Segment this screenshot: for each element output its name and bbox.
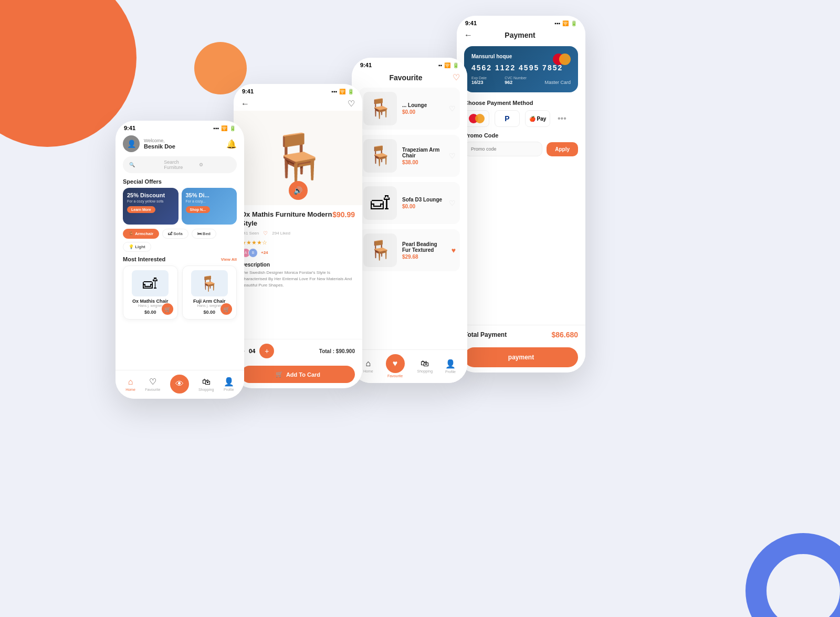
product-2-image: 🪑 xyxy=(191,270,228,296)
bag-icon-3: 🛍 xyxy=(421,359,429,368)
signal-icon-2: ▪▪▪ xyxy=(331,89,337,94)
category-light[interactable]: 💡 Light xyxy=(123,242,151,252)
exp-value: 16/23 xyxy=(471,80,487,85)
payment-title: Payment xyxy=(505,31,535,39)
fav-item-3-heart[interactable]: ♡ xyxy=(449,199,456,207)
nav-favourite-3[interactable]: ♥ Favourite xyxy=(386,354,405,378)
fav-item-2-heart[interactable]: ♡ xyxy=(449,152,456,160)
fav-item-1-price: $0.00 xyxy=(402,109,444,115)
nav-profile-3[interactable]: 👤 Profile xyxy=(445,359,456,374)
add-to-cart-1[interactable]: 🛒 xyxy=(162,303,173,315)
fav-item-1-info: ... Lounge $0.00 xyxy=(402,102,444,115)
ar-button[interactable]: 🔊 xyxy=(289,181,308,200)
product-2[interactable]: 🪑 Fuji Arm Chair Hans j. wegner $0.00 🛒 xyxy=(182,265,237,320)
status-bar-4: 9:41 ▪▪▪ 🛜 🔋 xyxy=(457,16,585,28)
apply-button[interactable]: Apply xyxy=(547,142,578,156)
applepay-icon: 🍎 Pay xyxy=(529,116,547,122)
applepay-method[interactable]: 🍎 Pay xyxy=(525,110,550,127)
nav-shopping-3[interactable]: 🛍 Shopping xyxy=(417,359,433,373)
fav-item-4[interactable]: 🪑 Pearl Beading Fur Textured $29.68 ♥ xyxy=(359,229,460,271)
view-all-button[interactable]: View All xyxy=(221,257,237,262)
profile-icon: 👤 xyxy=(224,377,234,387)
time-2: 9:41 xyxy=(242,88,254,94)
nav-shopping[interactable]: 🛍 Shopping xyxy=(198,377,214,391)
learn-more-button[interactable]: Learn More xyxy=(127,206,155,213)
time-4: 9:41 xyxy=(465,20,477,26)
nav-shopping-active[interactable]: 👁 xyxy=(170,375,189,393)
battery-icon-4: 🔋 xyxy=(571,20,577,26)
status-bar-1: 9:41 ▪▪▪ 🛜 🔋 xyxy=(116,121,244,133)
fav-item-4-heart[interactable]: ♥ xyxy=(452,246,456,254)
avatar-2: B xyxy=(248,248,258,258)
add-to-card-button[interactable]: 🛒 Add To Card xyxy=(241,366,355,383)
quantity-selector: − 04 + xyxy=(241,344,274,358)
banners: 25% Discount For a cozy yellow sofa Lear… xyxy=(116,188,244,225)
signal-icon: ▪▪▪ xyxy=(213,125,219,131)
payment-back-button[interactable]: ← xyxy=(464,30,472,40)
bg-decoration-blue xyxy=(746,533,840,617)
search-placeholder: Search Furniture xyxy=(164,159,195,170)
fav-item-1[interactable]: 🪑 ... Lounge $0.00 ♡ xyxy=(359,88,460,130)
shop-now-button[interactable]: Shop N... xyxy=(186,206,210,213)
fav-item-3[interactable]: 🛋 Sofa D3 Lounge $0.00 ♡ xyxy=(359,182,460,224)
fav-item-2[interactable]: 🪑 Trapeziam Arm Chair $38.00 ♡ xyxy=(359,135,460,177)
paypal-method[interactable]: P xyxy=(495,110,520,127)
notification-icon[interactable]: 🔔 xyxy=(226,139,237,149)
favourite-button[interactable]: ♡ xyxy=(348,99,355,109)
cvc-value: 962 xyxy=(505,80,527,85)
heart-icon-header[interactable]: ♡ xyxy=(453,72,460,82)
bottom-nav-1: ⌂ Home ♡ Favourite 👁 🛍 Shopping 👤 Profil… xyxy=(116,370,244,399)
banner-2[interactable]: 35% Di... For a cozy... Shop N... xyxy=(182,188,237,225)
home-header: 👤 Welcome, Besnik Doe 🔔 xyxy=(116,133,244,156)
total-label: Total Payment xyxy=(464,331,507,338)
category-sofa[interactable]: 🛋 Sofa xyxy=(162,229,188,239)
banner-1[interactable]: 25% Discount For a cozy yellow sofa Lear… xyxy=(123,188,178,225)
home-icon: ⌂ xyxy=(128,377,133,387)
banner2-text: For a cozy... xyxy=(186,199,233,203)
fav-item-1-heart[interactable]: ♡ xyxy=(449,104,456,113)
product-1[interactable]: 🛋 Ox Mathis Chair Hans j. wegner $0.00 🛒 xyxy=(123,265,178,320)
more-methods[interactable]: ••• xyxy=(558,114,566,123)
nav-favourite[interactable]: ♡ Favourite xyxy=(145,377,160,391)
product-stats: 341 Seen ♡ 294 Liked xyxy=(241,230,355,236)
back-button[interactable]: ← xyxy=(241,99,249,109)
credit-card: Mansurul hoque 4562 1122 4595 7852 Exp D… xyxy=(464,46,578,92)
bag-icon: 🛍 xyxy=(202,377,211,387)
most-interested-title: Most Interested xyxy=(123,256,165,262)
phone-payment: 9:41 ▪▪▪ 🛜 🔋 ← Payment Mansurul hoque xyxy=(457,16,585,373)
special-offers-title: Special Offers xyxy=(116,178,244,188)
card-expiry: Exp Date 16/23 xyxy=(471,76,487,85)
filter-icon[interactable]: ⚙ xyxy=(199,162,230,167)
bottom-nav-3: ⌂ Home ♥ Favourite 🛍 Shopping 👤 Profile xyxy=(352,349,467,383)
fav-item-3-price: $0.00 xyxy=(402,204,444,209)
signal-icon-3: ▪▪ xyxy=(438,62,442,68)
qty-increase[interactable]: + xyxy=(259,344,274,358)
nav-home[interactable]: ⌂ Home xyxy=(125,377,135,391)
user-name: Besnik Doe xyxy=(144,143,175,150)
products-list: 🛋 Ox Mathis Chair Hans j. wegner $0.00 🛒… xyxy=(116,265,244,320)
pay-button[interactable]: payment xyxy=(464,347,578,367)
fav-item-2-name: Trapeziam Arm Chair xyxy=(402,147,444,158)
mastercard-method[interactable] xyxy=(464,110,489,127)
nav-profile-label: Profile xyxy=(224,388,234,391)
category-armchair[interactable]: 🪑 Armchair xyxy=(123,229,159,239)
nav-home-3[interactable]: ⌂ Home xyxy=(363,359,373,373)
battery-icon: 🔋 xyxy=(229,125,236,131)
card-cvc: CVC Number 962 xyxy=(505,76,527,85)
search-icon: 🔍 xyxy=(129,162,161,167)
name-price-row: Ox Mathis Furniture Modern Style $90.99 xyxy=(241,210,355,228)
status-bar-2: 9:41 ▪▪▪ 🛜 🔋 xyxy=(234,84,362,97)
banner1-text: For a cozy yellow sofa xyxy=(127,199,174,203)
add-to-cart-2[interactable]: 🛒 xyxy=(220,303,232,315)
fav-item-4-name: Pearl Beading Fur Textured xyxy=(402,241,446,253)
search-bar[interactable]: 🔍 Search Furniture ⚙ xyxy=(123,156,237,173)
mastercard-icon xyxy=(469,114,485,123)
promo-input[interactable] xyxy=(464,142,542,156)
phone-home: 9:41 ▪▪▪ 🛜 🔋 👤 Welcome, Besnik Doe 🔔 xyxy=(116,121,244,399)
home-icon-3: ⌂ xyxy=(365,359,371,368)
fav-item-1-name: ... Lounge xyxy=(402,102,444,108)
card-type: Master Card xyxy=(544,80,571,85)
nav-shopping-label: Shopping xyxy=(198,388,214,391)
nav-profile[interactable]: 👤 Profile xyxy=(224,377,234,391)
category-bed[interactable]: 🛏 Bed xyxy=(192,229,216,239)
